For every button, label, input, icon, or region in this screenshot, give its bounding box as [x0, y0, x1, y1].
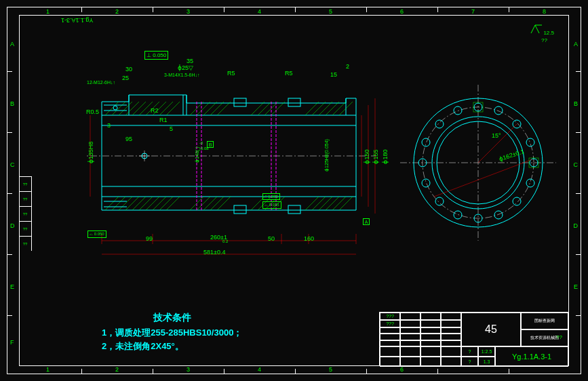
dim-35: 35	[187, 58, 193, 64]
tb-scale-lbl: ?	[461, 346, 478, 357]
dim-r2: R2	[151, 107, 159, 114]
svg-line-14	[166, 102, 180, 115]
col-1-bot: 1	[46, 366, 50, 373]
svg-line-9	[132, 102, 146, 115]
dim-phi25: ϕ25▽	[178, 64, 193, 71]
svg-rect-3	[234, 205, 246, 214]
tb-c0: ???	[380, 313, 400, 320]
dim-phi155: ϕ155	[372, 149, 379, 163]
roughness-symbol-corner: 12.5	[530, 24, 554, 36]
dim-5: 5	[170, 125, 173, 132]
dim-95: 95	[125, 136, 132, 142]
datum-a: A	[363, 218, 370, 225]
row-e-l: E	[10, 283, 14, 290]
svg-line-49	[305, 197, 319, 210]
rev-2: ??	[19, 206, 31, 221]
svg-line-35	[139, 197, 153, 210]
col-3-top: 3	[187, 8, 190, 15]
revision-block: ?? ?? ?? ?? ??	[19, 176, 32, 251]
col-6-top: 6	[400, 8, 404, 15]
svg-line-37	[153, 197, 166, 210]
row-f-l: F	[10, 339, 14, 346]
row-a-l: A	[10, 41, 14, 47]
dim-phi135: ϕ135H8	[87, 142, 94, 164]
tb-dwg-num: Yg.1.1A.3-1	[495, 346, 568, 367]
dim-r5-2: R5	[285, 70, 293, 77]
dim-phi125: ϕ125H8(0.054)	[324, 139, 330, 172]
svg-line-18	[210, 102, 224, 115]
svg-line-50	[312, 197, 326, 210]
svg-line-23	[271, 102, 285, 115]
svg-point-90	[513, 197, 521, 205]
cad-canvas: 1 2 3 4 5 6 7 8 1 2 3 4 5 6 A B C D E F …	[0, 0, 588, 381]
dim-15: 15	[330, 71, 337, 78]
svg-rect-1	[234, 98, 246, 106]
rev-4: ??	[19, 236, 31, 251]
col-4-bot: 4	[258, 366, 261, 373]
dim-r1: R1	[159, 117, 168, 123]
dim-angle15: 15°	[492, 132, 501, 139]
dim-phi150: ϕ150	[364, 149, 370, 163]
svg-line-30	[105, 197, 119, 210]
gdt-runout-b: ⌓ 0.050	[87, 230, 106, 238]
svg-line-25	[312, 102, 326, 115]
gdt-perpendicularity: ⊥ 0.050	[144, 51, 168, 60]
svg-point-97	[526, 179, 534, 187]
svg-rect-2	[288, 98, 300, 106]
svg-line-105	[434, 159, 532, 197]
tb-c4: ???	[380, 320, 400, 327]
svg-line-8	[125, 102, 139, 115]
svg-point-98	[494, 211, 503, 219]
svg-line-31	[112, 197, 125, 210]
dim-160: 160	[304, 235, 314, 242]
col-5-bot: 5	[329, 366, 332, 373]
col-2-top: 2	[115, 8, 119, 15]
dim-phi148-tol-u: -0	[199, 141, 203, 145]
dim-581: 581±0.4	[203, 249, 225, 256]
gdt-parallel: // 0.050	[262, 193, 280, 200]
row-b-l: B	[10, 100, 14, 107]
svg-line-54	[339, 197, 353, 210]
datum-b: B	[207, 141, 214, 148]
dim-260-sub: 0.2	[222, 239, 228, 243]
svg-line-13	[159, 102, 173, 115]
svg-line-5	[105, 102, 119, 115]
tb-part-num: 45	[461, 313, 521, 346]
tb-qty: ??	[556, 334, 562, 340]
svg-line-34	[132, 197, 146, 210]
svg-line-32	[119, 197, 132, 210]
col-6-bot: 6	[400, 366, 404, 373]
technical-notes: 技术条件 1，调质处理255-285HBS10/3000； 2，未注倒角2X45…	[102, 310, 242, 354]
main-section-view	[85, 88, 376, 244]
tech-line-1: 1，调质处理255-285HBS10/3000；	[102, 327, 242, 339]
dim-r05: R0.5	[86, 108, 99, 115]
svg-line-44	[217, 197, 231, 210]
tech-title: 技术条件	[102, 312, 242, 324]
tb-qty-lbl: ?	[461, 357, 478, 367]
col-8-top: 8	[543, 8, 546, 15]
svg-line-7	[119, 102, 132, 115]
svg-line-52	[326, 197, 339, 210]
svg-line-39	[166, 197, 180, 210]
rev-1: ??	[19, 191, 31, 206]
svg-line-24	[305, 102, 319, 115]
row-c-l: C	[10, 161, 15, 168]
dim-99: 99	[146, 235, 153, 242]
col-5-top: 5	[329, 8, 332, 15]
col-1-top: 1	[46, 8, 50, 15]
svg-line-27	[326, 102, 339, 115]
col-7-top: 7	[471, 8, 475, 15]
svg-line-38	[159, 197, 173, 210]
roughness-value: 12.5	[543, 30, 554, 36]
svg-line-42	[203, 197, 217, 210]
svg-line-26	[319, 102, 332, 115]
tech-line-2: 2，未注倒角2X45°。	[102, 340, 242, 353]
svg-point-102	[454, 106, 462, 115]
svg-point-92	[435, 197, 444, 205]
svg-line-36	[146, 197, 159, 210]
dim-thread-3m14: 3-M14X1.5-6H↓↑	[164, 73, 200, 77]
rev-0: ??	[19, 176, 31, 191]
title-block: ??? ??? 45 国标查新网 技术资源机械图 ? 1:2.5	[379, 312, 569, 366]
svg-line-20	[251, 102, 264, 115]
svg-line-53	[332, 197, 346, 210]
